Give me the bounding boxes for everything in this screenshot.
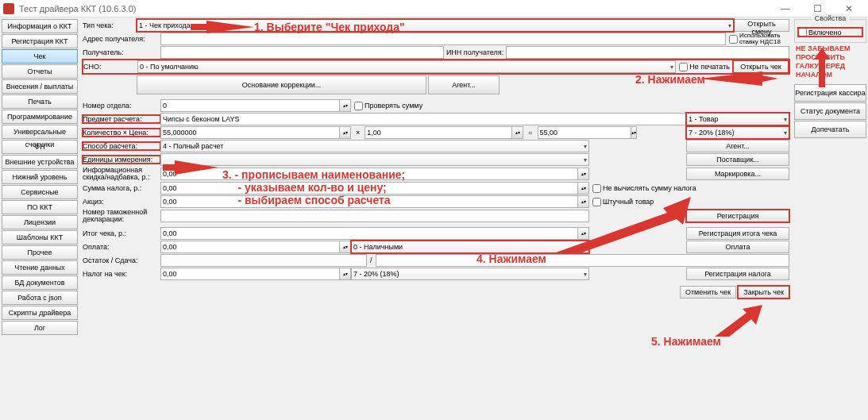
nalog-input[interactable] [160, 268, 340, 280]
sidebar-item-13[interactable]: Лицензии [2, 215, 78, 229]
sidebar-item-16[interactable]: Чтение данных [2, 260, 78, 275]
postavshik-button[interactable]: Поставщик... [686, 153, 789, 166]
eq-symbol: = [523, 129, 537, 137]
osnovanie-button[interactable]: Основание коррекции... [137, 75, 426, 94]
poluchatel-input[interactable] [160, 46, 444, 59]
reg-naloga-button[interactable]: Регистрация налога [686, 268, 789, 280]
spin-icon[interactable]: ▴▾ [340, 241, 351, 253]
arrow-4-icon [556, 197, 691, 252]
sidebar-item-14[interactable]: Шаблоны ККТ [2, 230, 78, 245]
oplata-button[interactable]: Оплата [686, 241, 789, 253]
right-button-2[interactable]: Допечатать [794, 121, 866, 138]
zakryt-chek-button[interactable]: Закрыть чек [738, 286, 789, 299]
props-legend: Свойства [812, 14, 850, 22]
annotation-2: 2. Нажимаем [635, 73, 705, 86]
nalog-type-select[interactable]: 7 - 20% (18%) [351, 268, 589, 280]
skidka-label: Информационная скидка/надбавка, р.: [83, 167, 160, 181]
sidebar-item-6[interactable]: Программирование [2, 110, 78, 124]
nds18-checkbox[interactable]: Использовать ставку НДС18 [726, 33, 789, 45]
sidebar-item-0[interactable]: Информация о ККТ [2, 19, 78, 33]
svg-marker-2 [163, 160, 218, 175]
ostatok-input[interactable] [160, 254, 367, 267]
kolxcena-label: Количество × Цена: [83, 129, 160, 137]
sidebar-item-15[interactable]: Прочее [2, 245, 78, 260]
sidebar-item-17[interactable]: БД документов [2, 276, 78, 290]
cena-input[interactable] [365, 126, 512, 139]
proveryat-summu-checkbox[interactable]: Проверять сумму [351, 102, 422, 110]
sdacha-input[interactable] [376, 254, 789, 267]
inn-input[interactable] [506, 46, 789, 59]
sno-select[interactable]: 0 - По умолчанию [137, 60, 676, 73]
annotation-1: 1. Выберите "Чек прихода" [254, 21, 405, 33]
tip-cheka-label: Тип чека: [83, 21, 137, 29]
spin-icon[interactable]: ▴▾ [631, 126, 637, 139]
nomer-otdela-input[interactable] [160, 99, 340, 112]
titlebar: Тест драйвера ККТ (10.6.3.0) — ☐ ✕ [0, 0, 868, 17]
sposob-label: Способ расчета: [83, 142, 160, 150]
sposob-select[interactable]: 4 - Полный расчет [160, 140, 589, 152]
predmet-type-select[interactable]: 1 - Товар [686, 113, 789, 125]
registraciya-button[interactable]: Регистрация [686, 210, 789, 222]
nds-select[interactable]: 7 - 20% (18%) [686, 126, 789, 139]
sidebar-item-4[interactable]: Внесения / выплаты [2, 79, 78, 94]
oplata-type-select[interactable]: 0 - Наличными [351, 241, 589, 253]
spin-icon[interactable]: ▴▾ [512, 126, 523, 139]
arrow-1-icon [191, 19, 254, 35]
itog-label: Итог чека, р.: [83, 229, 160, 237]
arrow-5-icon [715, 305, 762, 337]
arrow-right-icon [810, 48, 834, 87]
adres-label: Адрес получателя: [83, 35, 160, 43]
ne-vychislyat-checkbox[interactable]: Не вычислять сумму налога [589, 184, 696, 193]
svg-marker-0 [191, 21, 254, 33]
sidebar-item-18[interactable]: Работа с json [2, 291, 78, 305]
agent-button[interactable]: Агент... [428, 75, 500, 94]
spin-icon[interactable]: ▴▾ [340, 126, 351, 139]
otkryt-smenu-button[interactable]: Открыть смену [734, 19, 789, 32]
sidebar-item-5[interactable]: Печать [2, 94, 78, 109]
oplata-input[interactable] [160, 241, 340, 253]
ostatok-label: Остаток / Сдача: [83, 256, 160, 264]
sidebar-item-19[interactable]: Скрипты драйвера [2, 306, 78, 320]
svg-marker-3 [556, 197, 691, 252]
sidebar-item-3[interactable]: Отчеты [2, 64, 78, 79]
svg-marker-4 [715, 305, 762, 337]
x-symbol: × [351, 129, 365, 137]
reg-itog-button[interactable]: Регистрация итога чека [686, 227, 789, 240]
annotation-3: 3. - прописываем наименование; - указыва… [222, 168, 405, 206]
poluchatel-label: Получатель: [83, 48, 160, 56]
summa-input[interactable] [538, 126, 631, 139]
kolvo-input[interactable] [160, 126, 340, 139]
sidebar-item-10[interactable]: Нижний уровень [2, 170, 78, 184]
right-button-1[interactable]: Статус документа [794, 102, 866, 120]
spin-icon[interactable]: ▴▾ [578, 182, 589, 195]
spin-icon[interactable]: ▴▾ [578, 168, 589, 180]
main-panel: 1. Выберите "Чек прихода" 2. Нажимаем 3.… [79, 17, 793, 420]
sidebar-item-11[interactable]: Сервисные [2, 185, 78, 199]
spin-icon[interactable]: ▴▾ [340, 99, 351, 112]
inn-label: ИНН получателя: [444, 48, 506, 56]
sidebar-item-8[interactable]: ФН [2, 140, 78, 154]
agent2-button[interactable]: Агент... [686, 140, 789, 152]
svg-marker-1 [699, 71, 778, 86]
sidebar-item-12[interactable]: ПО ККТ [2, 200, 78, 214]
edinicy-select[interactable] [160, 153, 589, 166]
markirovka-button[interactable]: Маркировка... [686, 168, 789, 180]
arrow-2-icon [699, 70, 778, 87]
arrow-3-icon [163, 159, 218, 176]
vklucheno-checkbox[interactable]: Включено [798, 28, 862, 37]
sidebar-item-7[interactable]: Универсальные счетчики [2, 125, 78, 139]
nalog-label: Налог на чек: [83, 270, 160, 278]
predmet-input[interactable] [160, 113, 686, 125]
otmenit-chek-button[interactable]: Отменить чек [680, 286, 736, 299]
sidebar-item-1[interactable]: Регистрация ККТ [2, 34, 78, 48]
predmet-label: Предмет расчета: [83, 115, 160, 123]
sidebar-item-20[interactable]: Лог [2, 321, 78, 335]
sidebar-item-9[interactable]: Внешние устройства [2, 155, 78, 169]
nomer-tamozh-input[interactable] [160, 210, 589, 222]
spin-icon[interactable]: ▴▾ [340, 268, 351, 280]
sidebar-left: Информация о ККТРегистрация ККТЧекОтчеты… [0, 17, 79, 420]
itog-input[interactable] [160, 227, 578, 240]
oplata-label: Оплата: [83, 243, 160, 251]
sidebar-item-2[interactable]: Чек [2, 49, 78, 64]
minimize-button[interactable]: — [770, 0, 801, 17]
